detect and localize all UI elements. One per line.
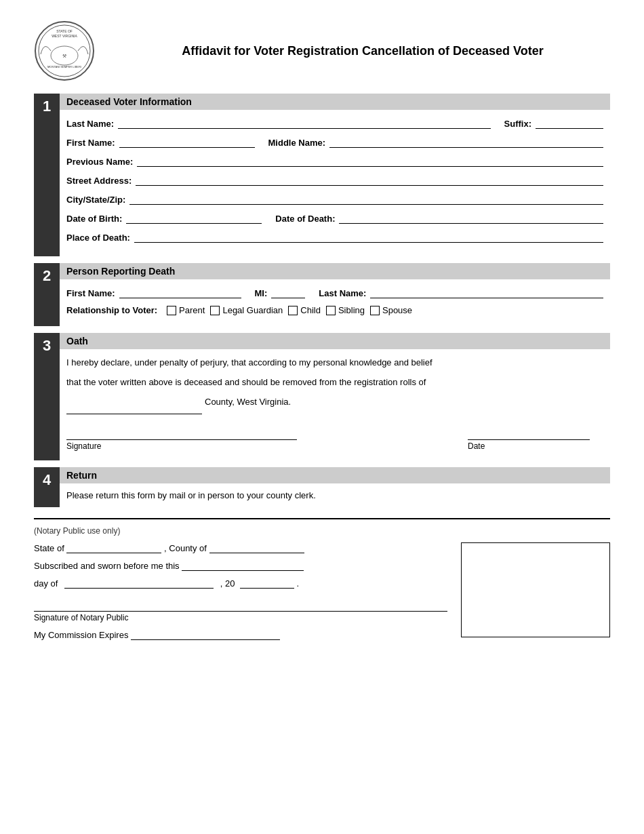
notary-content: State of , County of Subscribed and swor… bbox=[34, 542, 610, 640]
section-3-number: 3 bbox=[34, 333, 60, 460]
dod-label: Date of Death: bbox=[275, 214, 335, 224]
previous-name-input[interactable] bbox=[137, 155, 603, 167]
day-input[interactable] bbox=[64, 578, 214, 589]
county-line-row: County, West Virginia. bbox=[66, 395, 603, 415]
section-1-content: Deceased Voter Information Last Name: Su… bbox=[60, 94, 610, 256]
street-address-input[interactable] bbox=[136, 174, 603, 186]
section-1-heading: Deceased Voter Information bbox=[60, 94, 610, 110]
reporter-first-label: First Name: bbox=[66, 288, 115, 298]
svg-text:STATE OF: STATE OF bbox=[56, 29, 73, 33]
reporter-first-input[interactable] bbox=[119, 286, 241, 298]
section-3-heading: Oath bbox=[60, 333, 610, 349]
section-1-number: 1 bbox=[34, 94, 60, 256]
commission-row: My Commission Expires bbox=[34, 629, 447, 640]
svg-text:MONTANI SEMPER LIBERI: MONTANI SEMPER LIBERI bbox=[47, 65, 81, 68]
city-state-zip-input[interactable] bbox=[129, 193, 603, 205]
section-1: 1 Deceased Voter Information Last Name: … bbox=[34, 94, 610, 256]
section-2-content: Person Reporting Death First Name: MI: L… bbox=[60, 263, 610, 326]
signature-line[interactable] bbox=[66, 428, 297, 440]
signature-date-row: Signature Date bbox=[66, 428, 603, 451]
commission-input[interactable] bbox=[131, 629, 280, 640]
oath-text-2: that the voter written above is deceased… bbox=[66, 376, 603, 390]
oath-text-1: I hereby declare, under penalty of perju… bbox=[66, 356, 603, 370]
subscribed-row: Subscribed and sworn before me this bbox=[34, 560, 447, 571]
section-2-body: First Name: MI: Last Name: Relationship … bbox=[60, 283, 610, 326]
dod-input[interactable] bbox=[339, 212, 603, 224]
checkbox-sibling-box[interactable] bbox=[326, 306, 336, 315]
place-of-death-label: Place of Death: bbox=[66, 233, 130, 243]
checkbox-parent[interactable]: Parent bbox=[167, 305, 205, 315]
state-county-row: State of , County of bbox=[34, 542, 447, 553]
svg-text:⚒: ⚒ bbox=[62, 54, 66, 58]
previous-name-label: Previous Name: bbox=[66, 157, 133, 167]
checkbox-child[interactable]: Child bbox=[288, 305, 321, 315]
checkbox-parent-label: Parent bbox=[179, 305, 205, 315]
state-input[interactable] bbox=[66, 542, 161, 553]
county-of-label: , County of bbox=[164, 543, 207, 553]
signature-block: Signature bbox=[66, 428, 441, 451]
section-4-number: 4 bbox=[34, 467, 60, 507]
reporter-last-label: Last Name: bbox=[319, 288, 366, 298]
section-2-number: 2 bbox=[34, 263, 60, 326]
svg-text:WEST VIRGINIA: WEST VIRGINIA bbox=[52, 34, 77, 38]
date-label: Date bbox=[468, 441, 603, 451]
section-2-heading: Person Reporting Death bbox=[60, 263, 610, 279]
dob-input[interactable] bbox=[126, 212, 262, 224]
last-name-input[interactable] bbox=[118, 117, 490, 129]
date-block: Date bbox=[468, 428, 603, 451]
notary-left: State of , County of Subscribed and swor… bbox=[34, 542, 447, 640]
day-of-row: day of , 20 . bbox=[34, 578, 447, 589]
date-line[interactable] bbox=[468, 428, 590, 440]
notary-sig-line[interactable] bbox=[34, 599, 447, 612]
section-2: 2 Person Reporting Death First Name: MI:… bbox=[34, 263, 610, 326]
notary-label: (Notary Public use only) bbox=[34, 526, 610, 536]
return-text: Please return this form by mail or in pe… bbox=[66, 490, 603, 500]
section-4-content: Return Please return this form by mail o… bbox=[60, 467, 610, 507]
reporter-mi-input[interactable] bbox=[271, 286, 305, 298]
section-1-body: Last Name: Suffix: First Name: Middle Na… bbox=[60, 114, 610, 256]
city-state-zip-label: City/State/Zip: bbox=[66, 195, 125, 205]
checkbox-spouse-label: Spouse bbox=[382, 305, 412, 315]
sworn-date-input[interactable] bbox=[182, 560, 304, 571]
checkbox-parent-box[interactable] bbox=[167, 306, 176, 315]
suffix-label: Suffix: bbox=[504, 119, 531, 129]
place-of-death-input[interactable] bbox=[134, 231, 603, 243]
reporter-mi-label: MI: bbox=[255, 288, 268, 298]
checkbox-spouse-box[interactable] bbox=[370, 306, 380, 315]
checkbox-child-box[interactable] bbox=[288, 306, 298, 315]
wv-seal: STATE OF WEST VIRGINIA ⚒ MONTANI SEMPER … bbox=[34, 20, 95, 81]
checkbox-sibling-label: Sibling bbox=[338, 305, 365, 315]
year-input[interactable] bbox=[240, 578, 294, 589]
checkbox-spouse[interactable]: Spouse bbox=[370, 305, 412, 315]
section-3-content: Oath I hereby declare, under penalty of … bbox=[60, 333, 610, 460]
county-input[interactable] bbox=[66, 402, 202, 414]
notary-sig-label: Signature of Notary Public bbox=[34, 613, 447, 622]
section-3-body: I hereby declare, under penalty of perju… bbox=[60, 353, 610, 460]
middle-name-input[interactable] bbox=[329, 136, 603, 148]
notary-seal-box bbox=[461, 542, 610, 637]
suffix-input[interactable] bbox=[536, 117, 603, 129]
street-address-row: Street Address: bbox=[66, 174, 603, 186]
day-of-label: day of bbox=[34, 578, 58, 589]
section-4-heading: Return bbox=[60, 467, 610, 483]
commission-label: My Commission Expires bbox=[34, 630, 128, 640]
subscribed-label: Subscribed and sworn before me this bbox=[34, 561, 180, 571]
checkbox-legal-guardian-box[interactable] bbox=[210, 306, 220, 315]
signature-label: Signature bbox=[66, 441, 441, 451]
relationship-label: Relationship to Voter: bbox=[66, 305, 157, 315]
reporter-name-row: First Name: MI: Last Name: bbox=[66, 286, 603, 298]
place-of-death-row: Place of Death: bbox=[66, 231, 603, 243]
page-title: Affidavit for Voter Registration Cancell… bbox=[115, 44, 610, 58]
relationship-row: Relationship to Voter: Parent Legal Guar… bbox=[66, 305, 603, 315]
dob-label: Date of Birth: bbox=[66, 214, 122, 224]
checkbox-sibling[interactable]: Sibling bbox=[326, 305, 365, 315]
period: . bbox=[297, 578, 300, 589]
checkbox-legal-guardian[interactable]: Legal Guardian bbox=[210, 305, 283, 315]
checkbox-legal-guardian-label: Legal Guardian bbox=[222, 305, 283, 315]
county-input[interactable] bbox=[209, 542, 304, 553]
dates-row: Date of Birth: Date of Death: bbox=[66, 212, 603, 224]
first-name-input[interactable] bbox=[119, 136, 255, 148]
first-name-row: First Name: Middle Name: bbox=[66, 136, 603, 148]
section-divider bbox=[34, 518, 610, 519]
reporter-last-input[interactable] bbox=[370, 286, 603, 298]
